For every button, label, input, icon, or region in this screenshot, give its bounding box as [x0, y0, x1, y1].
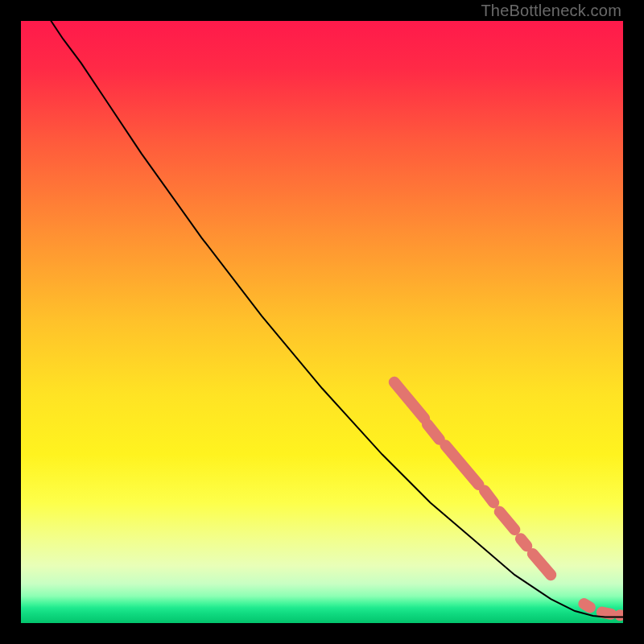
watermark-text: TheBottleneck.com [481, 2, 621, 20]
chart-frame: TheBottleneck.com [0, 0, 644, 644]
chart-svg [21, 21, 623, 623]
gradient-background [21, 21, 623, 623]
plot-area [21, 21, 623, 623]
highlight-segment [485, 490, 493, 502]
highlight-segment [602, 613, 611, 614]
highlight-segment [584, 604, 589, 607]
highlight-segment [521, 539, 526, 546]
